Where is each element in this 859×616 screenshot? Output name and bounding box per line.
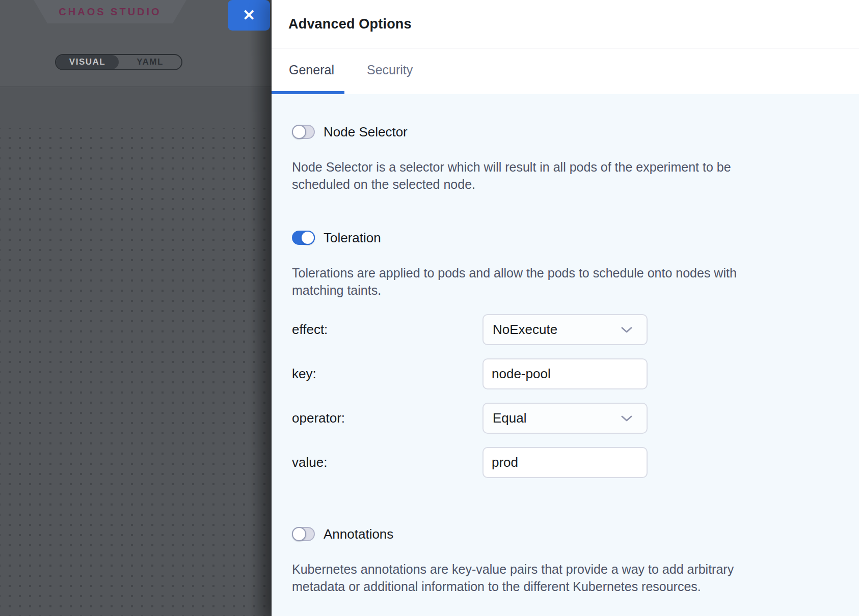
node-selector-description: Node Selector is a selector which will r… [292, 158, 796, 193]
toggle-knob [292, 125, 306, 139]
key-label: key: [292, 366, 482, 382]
effect-row: effect: NoExecute [292, 314, 839, 345]
drawer-title: Advanced Options [288, 16, 412, 32]
close-icon: ✕ [243, 8, 255, 23]
advanced-options-drawer: Advanced Options General Security Node S… [272, 0, 859, 616]
canvas-dot-grid [0, 128, 272, 616]
value-input[interactable] [482, 447, 648, 478]
drawer-header: Advanced Options [272, 0, 859, 48]
node-selector-label: Node Selector [324, 124, 408, 140]
visual-yaml-toggle[interactable]: VISUAL YAML [55, 54, 182, 70]
operator-label: operator: [292, 410, 482, 426]
value-label: value: [292, 455, 482, 470]
chaos-studio-logo: CHAOS STUDIO [59, 6, 161, 18]
value-row: value: [292, 447, 839, 478]
annotations-label: Annotations [324, 526, 393, 542]
annotations-row: Annotations [292, 527, 839, 541]
node-selector-toggle[interactable] [292, 125, 315, 139]
key-row: key: [292, 358, 839, 389]
key-input[interactable] [482, 358, 648, 389]
annotations-toggle[interactable] [292, 527, 315, 541]
tab-general[interactable]: General [272, 48, 344, 94]
annotations-description: Kubernetes annotations are key-value pai… [292, 561, 796, 595]
toggle-knob [301, 231, 315, 245]
operator-value: Equal [493, 410, 527, 426]
general-tab-content: Node Selector Node Selector is a selecto… [272, 94, 859, 616]
chaos-studio-background: CHAOS STUDIO VISUAL YAML [0, 0, 272, 616]
toleration-description: Tolerations are applied to pods and allo… [292, 264, 796, 299]
node-selector-row: Node Selector [292, 125, 839, 139]
chaos-studio-logo-banner: CHAOS STUDIO [34, 0, 186, 23]
tab-general-label: General [289, 63, 334, 77]
toleration-row: Toleration [292, 231, 839, 245]
close-drawer-button[interactable]: ✕ [228, 0, 270, 31]
operator-select[interactable]: Equal [482, 403, 648, 434]
drawer-tabs: General Security [272, 48, 859, 94]
tab-security-label: Security [367, 63, 413, 77]
operator-row: operator: Equal [292, 403, 839, 434]
yaml-toggle-label: YAML [137, 57, 164, 67]
toggle-knob [292, 527, 306, 541]
toleration-toggle[interactable] [292, 231, 315, 245]
effect-select[interactable]: NoExecute [482, 314, 648, 345]
toleration-label: Toleration [324, 230, 381, 246]
yaml-toggle-button[interactable]: YAML [119, 55, 181, 69]
visual-toggle-label: VISUAL [69, 57, 105, 67]
chevron-down-icon [621, 415, 632, 422]
chevron-down-icon [621, 326, 632, 333]
visual-toggle-button[interactable]: VISUAL [56, 55, 119, 69]
tab-security[interactable]: Security [353, 48, 427, 94]
effect-label: effect: [292, 322, 482, 338]
studio-canvas [0, 88, 272, 616]
toleration-form: effect: NoExecute key: operator: Eq [292, 314, 839, 478]
effect-value: NoExecute [493, 322, 557, 338]
